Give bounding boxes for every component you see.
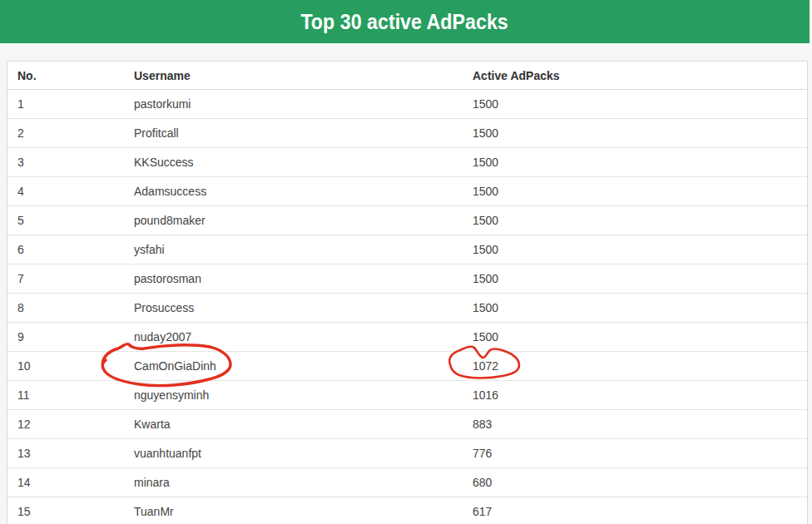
- adpacks-table-container: No. Username Active AdPacks 1pastorkumi1…: [7, 61, 808, 524]
- cell-no: 9: [7, 323, 124, 352]
- cell-no: 13: [7, 439, 124, 468]
- cell-no: 1: [7, 90, 124, 119]
- table-row: 7pastorosman1500: [7, 264, 807, 294]
- table-row: 6ysfahi1500: [7, 235, 807, 264]
- page-title-bar: Top 30 active AdPacks: [0, 0, 810, 43]
- cell-adpacks: 1500: [463, 148, 807, 177]
- cell-adpacks: 680: [463, 468, 807, 497]
- cell-adpacks: 1500: [463, 177, 807, 206]
- cell-username: vuanhtuanfpt: [124, 439, 463, 468]
- cell-username: Adamsuccess: [124, 177, 463, 206]
- cell-no: 12: [7, 410, 124, 439]
- cell-adpacks: 883: [463, 410, 807, 439]
- table-row: 2Profitcall1500: [7, 119, 807, 148]
- cell-no: 8: [7, 294, 124, 323]
- cell-no: 2: [7, 119, 124, 148]
- cell-adpacks: 1500: [463, 206, 807, 235]
- cell-no: 6: [7, 235, 124, 264]
- cell-no: 3: [7, 148, 124, 177]
- cell-username: TuanMr: [124, 497, 463, 524]
- column-header-username: Username: [124, 62, 463, 90]
- table-row: 8Prosuccess1500: [7, 294, 807, 323]
- cell-no: 11: [7, 381, 124, 410]
- cell-no: 10: [7, 352, 124, 381]
- cell-adpacks: 1072: [463, 352, 807, 381]
- table-body: 1pastorkumi15002Profitcall15003KKSuccess…: [7, 90, 807, 524]
- cell-no: 7: [7, 264, 124, 294]
- cell-username: Prosuccess: [124, 294, 463, 323]
- cell-username: pastorosman: [124, 264, 463, 294]
- cell-adpacks: 1016: [463, 381, 807, 410]
- table-row: 1pastorkumi1500: [7, 90, 807, 119]
- table-header-row: No. Username Active AdPacks: [7, 62, 807, 90]
- table-row: 10CamOnGiaDinh1072: [7, 352, 807, 381]
- cell-username: ysfahi: [124, 235, 463, 264]
- column-header-no: No.: [7, 62, 124, 90]
- table-row: 3KKSuccess1500: [7, 148, 807, 177]
- table-row: 15TuanMr617: [7, 497, 807, 524]
- cell-username: Profitcall: [124, 119, 463, 148]
- cell-username: CamOnGiaDinh: [124, 352, 463, 381]
- column-header-adpacks: Active AdPacks: [463, 62, 807, 90]
- cell-username: nguyensyminh: [124, 381, 463, 410]
- adpacks-table: No. Username Active AdPacks 1pastorkumi1…: [7, 62, 807, 524]
- cell-no: 14: [7, 468, 124, 497]
- cell-no: 4: [7, 177, 124, 206]
- table-row: 5pound8maker1500: [7, 206, 807, 235]
- cell-username: KKSuccess: [124, 148, 463, 177]
- page-title: Top 30 active AdPacks: [301, 10, 508, 34]
- cell-username: minara: [124, 468, 463, 497]
- cell-no: 15: [7, 497, 124, 524]
- cell-username: pound8maker: [124, 206, 463, 235]
- table-row: 14minara680: [7, 468, 807, 497]
- cell-no: 5: [7, 206, 124, 235]
- cell-adpacks: 1500: [463, 119, 807, 148]
- cell-username: Kwarta: [124, 410, 463, 439]
- cell-username: pastorkumi: [124, 90, 463, 119]
- table-row: 13vuanhtuanfpt776: [7, 439, 807, 468]
- cell-adpacks: 1500: [463, 323, 807, 352]
- cell-adpacks: 1500: [463, 235, 807, 264]
- table-row: 12Kwarta883: [7, 410, 807, 439]
- table-row: 11nguyensyminh1016: [7, 381, 807, 410]
- cell-adpacks: 617: [463, 497, 807, 524]
- cell-adpacks: 776: [463, 439, 807, 468]
- table-row: 4Adamsuccess1500: [7, 177, 807, 206]
- table-row: 9nuday20071500: [7, 323, 807, 352]
- cell-adpacks: 1500: [463, 294, 807, 323]
- cell-username: nuday2007: [124, 323, 463, 352]
- cell-adpacks: 1500: [463, 90, 807, 119]
- cell-adpacks: 1500: [463, 264, 807, 294]
